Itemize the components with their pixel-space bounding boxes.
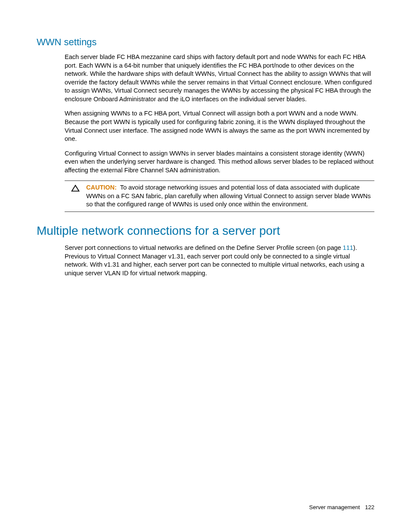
paragraph-multiple-1: Server port connections to virtual netwo…: [65, 244, 374, 277]
paragraph-wwn-2: When assigning WWNs to a FC HBA port, Vi…: [65, 109, 374, 143]
heading-multiple-network: Multiple network connections for a serve…: [37, 224, 374, 238]
caution-body: To avoid storage networking issues and p…: [86, 184, 371, 208]
paragraph-text-part1: Server port connections to virtual netwo…: [65, 244, 343, 251]
caution-triangle-icon: [65, 184, 86, 192]
footer-page-number: 122: [365, 504, 374, 510]
footer-section-name: Server management: [309, 504, 360, 510]
caution-text-content: CAUTION: To avoid storage networking iss…: [86, 184, 374, 209]
paragraph-wwn-3: Configuring Virtual Connect to assign WW…: [65, 149, 374, 175]
caution-label: CAUTION:: [86, 184, 117, 191]
paragraph-wwn-1: Each server blade FC HBA mezzanine card …: [65, 53, 374, 103]
heading-wwn-settings: WWN settings: [37, 37, 374, 48]
page-link-111[interactable]: 111: [343, 244, 353, 251]
caution-box: CAUTION: To avoid storage networking iss…: [65, 180, 374, 212]
page-footer: Server management122: [309, 504, 374, 510]
